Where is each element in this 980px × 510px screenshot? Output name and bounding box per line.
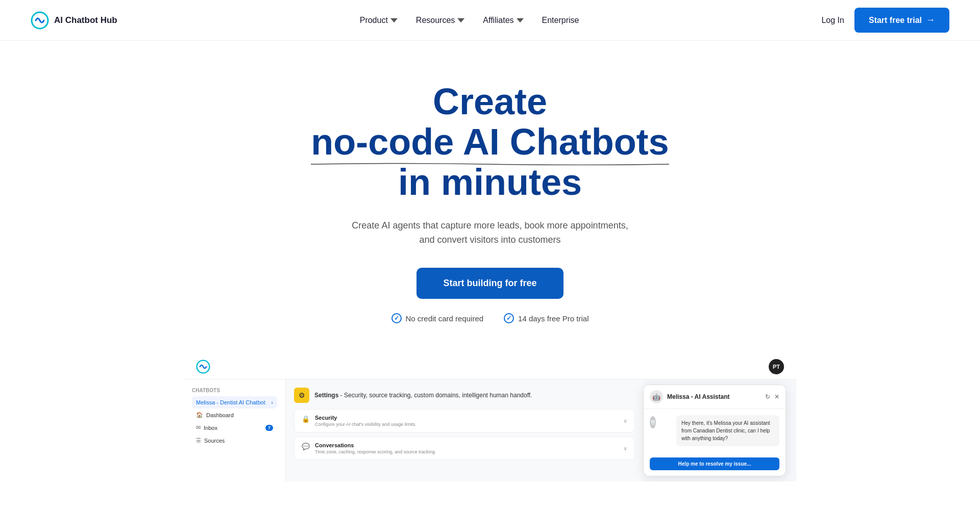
hero-badges: ✓ No credit card required ✓ 14 days free… [20,313,960,323]
chatbot-widget: 🤖 Melissa - AI Assistant ↻ ✕ 🦷 Hey there… [643,385,786,476]
cta-arrow-icon: → [926,15,935,26]
sources-icon: ☰ [196,437,201,444]
preview-topbar: PT [184,354,796,379]
chatbot-header: 🤖 Melissa - AI Assistant ↻ ✕ [644,385,786,409]
preview-sidebar: Chatbots Melissa - Dentist AI Chatbot › … [184,379,286,481]
chevron-down-icon [390,17,398,24]
chatbot-message-row: 🦷 Hey there, it's Melissa your AI assist… [650,415,779,446]
close-icon[interactable]: ✕ [774,393,779,400]
settings-title: Settings - Security, source tracking, cu… [314,392,532,399]
chatbot-name: Melissa - AI Assistant [667,393,729,400]
chatbot-cta-button[interactable]: Help me to resolve my issue... [650,457,779,470]
badge-trial: ✓ 14 days free Pro trial [504,313,589,323]
navbar: AI Chatbot Hub Product Resources Affilia… [0,0,980,41]
lock-icon: 🔒 [302,415,310,423]
security-desc: Configure your AI chat's visibility and … [315,422,416,427]
preview-main: ⚙ Settings - Security, source tracking, … [286,379,643,481]
hero-cta-button[interactable]: Start building for free [416,268,563,299]
preview-logo-icon [196,360,210,374]
settings-header: ⚙ Settings - Security, source tracking, … [294,388,635,403]
preview-body: Chatbots Melissa - Dentist AI Chatbot › … [184,379,796,481]
gear-icon: ⚙ [299,391,305,399]
chatbot-avatar: 🤖 [650,390,663,403]
conversations-desc: Time zone, caching, response scoring, an… [315,449,436,454]
sidebar-item-inbox[interactable]: ✉ Inbox 7 [192,421,277,434]
login-button[interactable]: Log In [821,16,844,25]
settings-icon-box: ⚙ [294,388,309,403]
nav-resources[interactable]: Resources [416,16,464,25]
settings-card-security[interactable]: 🔒 Security Configure your AI chat's visi… [294,409,635,432]
logo-icon [31,11,49,30]
sidebar-item-sources[interactable]: ☰ Sources [192,434,277,447]
hero-title: Create no-code AI Chatbots in minutes [260,82,720,203]
chevron-down-icon [517,17,524,24]
check-icon: ✓ [391,313,402,323]
security-title: Security [315,415,416,421]
sidebar-item-dashboard[interactable]: 🏠 Dashboard [192,409,277,421]
sidebar-section: Chatbots Melissa - Dentist AI Chatbot › … [184,388,285,447]
refresh-icon[interactable]: ↻ [765,393,770,400]
logo[interactable]: AI Chatbot Hub [31,11,117,30]
inbox-badge: 7 [265,425,273,431]
conversations-title: Conversations [315,442,436,448]
hero-highlight: no-code AI Chatbots [311,122,669,162]
dashboard-icon: 🏠 [196,412,203,418]
chatbot-bot-avatar: 🦷 [650,416,656,428]
nav-enterprise[interactable]: Enterprise [542,16,579,25]
sidebar-item-chatbot[interactable]: Melissa - Dentist AI Chatbot › [192,396,277,409]
chevron-down-icon [457,17,464,24]
badge-no-cc: ✓ No credit card required [391,313,484,323]
inbox-icon: ✉ [196,424,201,431]
nav-affiliates[interactable]: Affiliates [483,16,523,25]
chat-icon: 💬 [302,443,310,450]
nav-links: Product Resources Affiliates Enterprise [360,16,579,25]
user-avatar: PT [769,359,784,374]
hero-section: Create no-code AI Chatbots in minutes Cr… [0,41,980,344]
settings-card-conversations[interactable]: 💬 Conversations Time zone, caching, resp… [294,437,635,460]
sidebar-section-label: Chatbots [192,388,277,393]
check-icon-2: ✓ [504,313,514,323]
app-preview: PT Chatbots Melissa - Dentist AI Chatbot… [184,354,796,481]
chatbot-message-bubble: Hey there, it's Melissa your AI assistan… [676,415,779,446]
chatbot-controls: ↻ ✕ [765,393,779,400]
logo-text: AI Chatbot Hub [54,15,117,26]
chatbot-body: 🦷 Hey there, it's Melissa your AI assist… [644,409,786,452]
chevron-icon-2: ∨ [623,445,627,452]
nav-product[interactable]: Product [360,16,398,25]
hero-subtitle: Create AI agents that capture more leads… [347,218,633,248]
nav-actions: Log In Start free trial → [821,8,949,33]
start-trial-button[interactable]: Start free trial → [854,8,949,33]
chevron-icon: ∨ [623,418,627,424]
